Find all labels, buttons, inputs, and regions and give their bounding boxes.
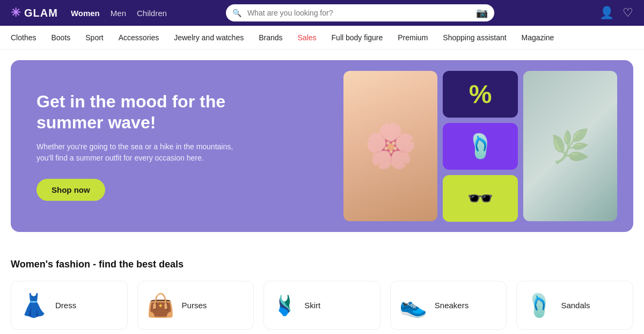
skirt-label: Skirt bbox=[304, 301, 320, 310]
nav-user-icons: 👤 ♡ bbox=[599, 6, 633, 20]
women-figure: 🌿 bbox=[550, 127, 590, 165]
cat-sales[interactable]: Sales bbox=[298, 33, 317, 42]
sandals-icon: 🩴 bbox=[525, 292, 553, 318]
hero-description: Whether you're going to the sea or a hik… bbox=[36, 141, 240, 164]
brand-name: GLAM bbox=[24, 7, 58, 19]
category-card-sandals[interactable]: 🩴 Sandals bbox=[516, 281, 633, 330]
dress-label: Dress bbox=[55, 301, 76, 310]
sandal-icon: 🩴 bbox=[466, 132, 495, 160]
hero-images-block: 🌸 % 🩴 🕶️ 🌿 bbox=[343, 71, 617, 221]
cat-sport[interactable]: Sport bbox=[85, 33, 103, 42]
logo[interactable]: ✳ GLAM bbox=[11, 6, 58, 20]
sandals-label: Sandals bbox=[561, 301, 590, 310]
sneakers-label: Sneakers bbox=[435, 301, 469, 310]
category-card-sneakers[interactable]: 👟 Sneakers bbox=[390, 281, 507, 330]
shop-now-button[interactable]: Shop now bbox=[36, 179, 105, 201]
section-title: Women's fashion - find the best deals bbox=[11, 259, 633, 270]
cat-clothes[interactable]: Clothes bbox=[11, 33, 36, 42]
woman-figure: 🌸 bbox=[364, 121, 418, 171]
user-icon[interactable]: 👤 bbox=[599, 6, 614, 20]
cat-jewelry[interactable]: Jewelry and watches bbox=[174, 33, 244, 42]
category-card-purses[interactable]: 👜 Purses bbox=[137, 281, 254, 330]
discount-icon-tile: % bbox=[443, 71, 518, 118]
nav-links: Women Men Children bbox=[71, 9, 167, 18]
purses-label: Purses bbox=[182, 301, 207, 310]
hero-title: Get in the mood for the summer wave! bbox=[36, 91, 240, 133]
sunglasses-icon-tile: 🕶️ bbox=[443, 175, 518, 222]
cat-brands[interactable]: Brands bbox=[259, 33, 282, 42]
sunglasses-icon: 🕶️ bbox=[467, 186, 494, 211]
camera-icon[interactable]: 📷 bbox=[476, 7, 488, 19]
hero-icon-grid: % 🩴 🕶️ bbox=[443, 71, 518, 222]
cat-magazine[interactable]: Magazine bbox=[522, 33, 554, 42]
cat-full-body[interactable]: Full body figure bbox=[332, 33, 383, 42]
nav-men[interactable]: Men bbox=[111, 9, 126, 18]
category-cards-row: 👗 Dress 👜 Purses 🩱 Skirt 👟 Sneakers 🩴 Sa… bbox=[11, 281, 633, 330]
hero-older-women-photo: 🌿 bbox=[523, 71, 617, 221]
sneakers-icon: 👟 bbox=[399, 292, 427, 318]
wishlist-heart-icon[interactable]: ♡ bbox=[623, 6, 633, 20]
category-card-dress[interactable]: 👗 Dress bbox=[11, 281, 128, 330]
cat-premium[interactable]: Premium bbox=[398, 33, 428, 42]
search-icon: 🔍 bbox=[232, 9, 241, 17]
cat-shopping-assistant[interactable]: Shopping assistant bbox=[443, 33, 506, 42]
hero-banner: Get in the mood for the summer wave! Whe… bbox=[11, 60, 633, 232]
percent-icon: % bbox=[469, 79, 492, 109]
top-navigation: ✳ GLAM Women Men Children 🔍 📷 👤 ♡ bbox=[0, 0, 644, 26]
nav-children[interactable]: Children bbox=[137, 9, 167, 18]
category-card-skirt[interactable]: 🩱 Skirt bbox=[264, 281, 380, 330]
cat-accessories[interactable]: Accessories bbox=[119, 33, 159, 42]
category-navigation: Clothes Boots Sport Accessories Jewelry … bbox=[0, 26, 644, 49]
womens-fashion-section: Women's fashion - find the best deals 👗 … bbox=[0, 243, 644, 334]
skirt-icon: 🩱 bbox=[273, 294, 297, 317]
nav-women[interactable]: Women bbox=[71, 9, 100, 18]
logo-star-icon: ✳ bbox=[11, 6, 21, 20]
dress-icon: 👗 bbox=[20, 292, 48, 318]
cat-boots[interactable]: Boots bbox=[51, 33, 70, 42]
search-bar: 🔍 📷 bbox=[226, 4, 494, 21]
hero-photo-bg: 🌸 bbox=[343, 71, 437, 221]
search-input[interactable] bbox=[226, 4, 494, 21]
purses-icon: 👜 bbox=[147, 292, 174, 318]
hero-woman-photo: 🌸 bbox=[343, 71, 437, 221]
sandal-icon-tile: 🩴 bbox=[443, 123, 518, 170]
hero-text-block: Get in the mood for the summer wave! Whe… bbox=[36, 91, 240, 201]
